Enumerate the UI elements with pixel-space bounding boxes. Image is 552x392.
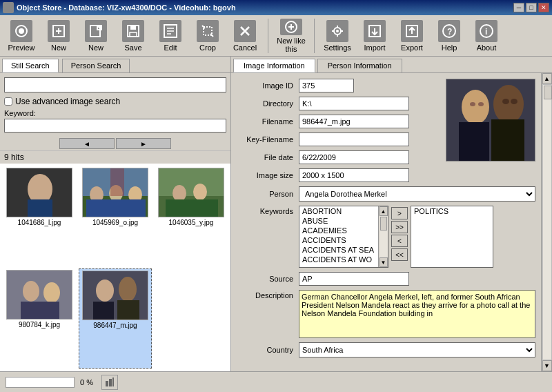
settings-icon xyxy=(326,20,348,42)
new2-button[interactable]: New xyxy=(77,17,115,55)
import-label: Import xyxy=(364,43,385,52)
keywords-right-list[interactable]: POLITICS xyxy=(411,206,493,268)
kw-move-all-right-button[interactable]: >> xyxy=(391,221,408,233)
save-label: Save xyxy=(124,43,141,52)
svg-point-58 xyxy=(119,277,137,302)
country-label: Country xyxy=(237,346,299,354)
list-item[interactable]: 1045969_o.jpg xyxy=(79,166,152,266)
source-row: Source xyxy=(237,272,535,286)
preview-button[interactable]: Preview xyxy=(3,17,40,55)
minimize-button[interactable]: ─ xyxy=(513,3,524,12)
thumbnail-image xyxy=(82,271,148,320)
kw-move-left-button[interactable]: < xyxy=(391,235,408,247)
tab-image-information[interactable]: Image Information xyxy=(233,59,315,72)
toolbar-sep-1 xyxy=(268,19,268,53)
scroll-down-arrow[interactable]: ▼ xyxy=(379,257,388,267)
filename-input[interactable] xyxy=(299,115,409,128)
keyword-input[interactable] xyxy=(4,119,226,133)
toolbar-sep-2 xyxy=(314,19,315,53)
right-content-area: Image ID Directory Filename xyxy=(231,73,552,371)
kw-transfer-buttons: > >> < << xyxy=(388,206,411,262)
list-item[interactable]: ACADEMIES xyxy=(299,226,378,235)
tab-person-information[interactable]: Person Information xyxy=(317,59,402,72)
svg-text:?: ? xyxy=(447,27,452,37)
source-label: Source xyxy=(237,275,299,283)
scroll-down-button[interactable]: ▼ xyxy=(542,360,552,371)
scroll-up-button[interactable]: ▲ xyxy=(542,73,552,84)
list-item[interactable]: 1041686_l.jpg xyxy=(3,166,76,266)
search-area: Use advanced image search Keyword: xyxy=(0,73,230,137)
list-item[interactable]: ACCIDENTS AT SEA xyxy=(299,245,378,255)
new1-icon xyxy=(48,20,70,42)
svg-rect-59 xyxy=(93,302,114,320)
thumbnail-image xyxy=(6,168,72,217)
scroll-thumb[interactable] xyxy=(544,86,552,99)
keywords-left-list[interactable]: ABORTION ABUSE ACADEMIES ACCIDENTS ACCID… xyxy=(299,206,388,268)
close-button[interactable]: ✕ xyxy=(538,3,549,12)
title-bar: Object Store - Database: VIZ-xw4300/DOC … xyxy=(0,0,552,15)
person-select[interactable]: Angela Dorothea Merkel xyxy=(299,186,535,202)
save-button[interactable]: Save xyxy=(115,17,152,55)
tab-person-search[interactable]: Person Search xyxy=(62,59,130,72)
cancel-icon xyxy=(234,20,256,42)
file-date-input[interactable] xyxy=(299,150,409,164)
scroll-up-arrow[interactable]: ▲ xyxy=(379,206,388,216)
crop-button[interactable]: Crop xyxy=(189,17,226,55)
image-id-input[interactable] xyxy=(299,79,354,92)
country-select[interactable]: South Africa xyxy=(299,342,535,357)
import-button[interactable]: Import xyxy=(356,17,393,55)
right-panel: Image Information Person Information xyxy=(231,57,552,371)
maximize-button[interactable]: □ xyxy=(526,3,537,12)
list-item[interactable]: ACCIDENTS AT WO xyxy=(299,255,378,264)
new1-button[interactable]: New xyxy=(40,17,77,55)
svg-rect-51 xyxy=(166,199,218,217)
svg-text:i: i xyxy=(485,27,487,37)
list-item[interactable]: POLITICS xyxy=(411,206,493,216)
svg-rect-64 xyxy=(459,122,489,161)
help-button[interactable]: ? Help xyxy=(431,17,468,55)
svg-point-62 xyxy=(462,90,489,124)
hits-label: 9 hits xyxy=(4,153,24,162)
key-filename-input[interactable] xyxy=(299,133,409,146)
list-item[interactable]: ABUSE xyxy=(299,216,378,226)
svg-point-49 xyxy=(172,185,186,202)
search-input[interactable] xyxy=(4,77,226,92)
advanced-checkbox[interactable] xyxy=(4,97,12,106)
image-size-row: Image size xyxy=(237,168,535,182)
tab-still-search[interactable]: Still Search xyxy=(2,59,59,72)
directory-input[interactable] xyxy=(299,97,409,110)
list-item[interactable]: 980784_k.jpg xyxy=(3,268,76,369)
about-button[interactable]: i About xyxy=(468,17,505,55)
image-size-input[interactable] xyxy=(299,168,409,182)
scroll-thumb[interactable] xyxy=(380,217,387,231)
status-button[interactable] xyxy=(101,375,118,390)
source-input[interactable] xyxy=(299,272,409,286)
list-item[interactable]: 986447_m.jpg xyxy=(79,268,152,369)
cancel-button[interactable]: Cancel xyxy=(226,17,264,55)
scroll-left-button[interactable]: ◄ xyxy=(59,138,115,149)
thumbnail-image xyxy=(82,168,148,217)
list-item[interactable]: 1046035_y.jpg xyxy=(155,166,228,266)
svg-rect-45 xyxy=(86,199,146,217)
scroll-right-button[interactable]: ► xyxy=(116,138,171,149)
save-icon xyxy=(122,20,144,42)
list-item[interactable]: ABORTION xyxy=(299,206,378,216)
description-label: Description xyxy=(237,290,299,300)
svg-point-69 xyxy=(511,99,518,104)
main-area: Still Search Person Search Use advanced … xyxy=(0,57,552,371)
crop-icon xyxy=(197,20,219,42)
list-item[interactable]: ACCIDENTS xyxy=(299,235,378,245)
settings-button[interactable]: Settings xyxy=(319,17,356,55)
svg-rect-70 xyxy=(106,381,108,386)
person-row: Person Angela Dorothea Merkel xyxy=(237,186,535,202)
export-button[interactable]: Export xyxy=(393,17,431,55)
newlikethis-button[interactable]: New like this xyxy=(273,17,310,55)
help-label: Help xyxy=(442,43,457,52)
edit-icon xyxy=(159,20,181,42)
edit-button[interactable]: Edit xyxy=(152,17,189,55)
kw-move-all-left-button[interactable]: << xyxy=(391,248,408,261)
keywords-scrollbar: ▲ ▼ xyxy=(378,206,388,267)
kw-move-right-button[interactable]: > xyxy=(391,207,408,219)
description-textarea[interactable]: German Chancellor Angela Merkel, left, a… xyxy=(299,290,535,338)
svg-point-1 xyxy=(19,28,24,34)
